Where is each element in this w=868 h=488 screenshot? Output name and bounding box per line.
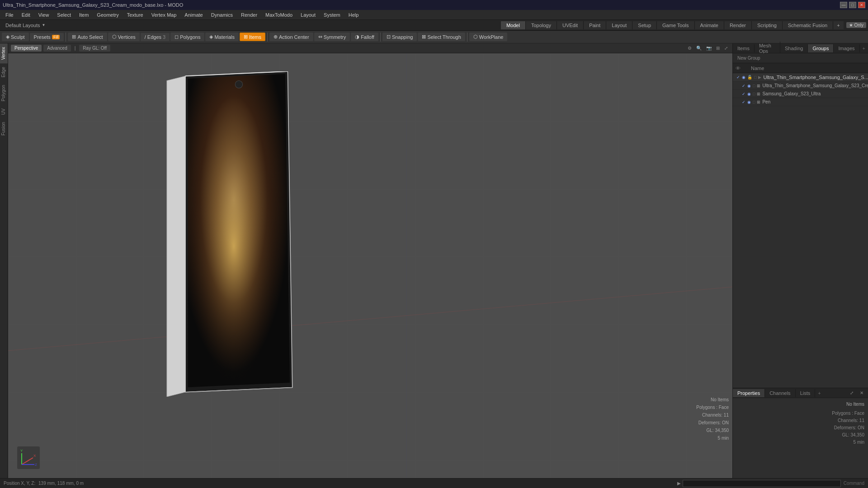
menu-item[interactable]: Item: [75, 11, 92, 19]
scene-list[interactable]: ✓ ◉ 🔓 □ ▶ Ultra_Thin_Smartphone_Samsung_…: [733, 73, 868, 388]
vp-icon-camera[interactable]: 📷: [704, 45, 713, 51]
vertices-button[interactable]: ⬡ Vertices: [108, 33, 140, 41]
vertices-icon: ⬡: [112, 34, 117, 40]
tab-setup[interactable]: Setup: [632, 21, 657, 29]
menu-system[interactable]: System: [320, 11, 344, 19]
layout-name: Default Layouts: [5, 23, 40, 28]
axis-indicator: X Y Z: [17, 446, 35, 465]
falloff-button[interactable]: ◑ Falloff: [351, 33, 378, 41]
item3-mesh-icon: ⊞: [757, 100, 760, 104]
menu-dynamics[interactable]: Dynamics: [208, 11, 236, 19]
presets-button[interactable]: Presets Fill: [30, 33, 64, 41]
sculpt-button[interactable]: ◈ Sculpt: [2, 33, 29, 41]
tab-uvedit[interactable]: UVEdit: [557, 21, 584, 29]
materials-button[interactable]: ◈ Materials: [205, 33, 239, 41]
tab-topology[interactable]: Topology: [526, 21, 557, 29]
scene-item-2[interactable]: ✓ ◉ □ ⊞ Samsung_Galaxy_S23_Ultra: [733, 90, 868, 98]
item-vis-icon: ◉: [747, 84, 751, 88]
vtab-vertex[interactable]: Vertex: [0, 43, 8, 63]
vtab-edge[interactable]: Edge: [0, 63, 8, 81]
polygons-button[interactable]: ◻ Polygons: [170, 33, 204, 41]
vp-tab-ray-gl[interactable]: Ray GL: Off: [79, 45, 110, 52]
rp-tab-items[interactable]: Items: [733, 44, 755, 52]
menu-maxtomodo[interactable]: MaxToModo: [262, 11, 296, 19]
action-center-button[interactable]: ⊕ Action Center: [269, 33, 313, 41]
menu-bar: File Edit View Select Item Geometry Text…: [0, 10, 868, 20]
menu-vertex-map[interactable]: Vertex Map: [148, 11, 180, 19]
maximize-button[interactable]: □: [849, 2, 856, 8]
rp-bottom-tab-lists[interactable]: Lists: [796, 389, 816, 397]
chevron-right-icon: ▶: [758, 75, 761, 80]
rp-tab-mesh-ops[interactable]: Mesh Ops: [755, 42, 780, 55]
rp-bottom-expand[interactable]: ⤢: [847, 389, 856, 396]
tab-game-tools[interactable]: Game Tools: [657, 21, 695, 29]
rp-tab-add[interactable]: +: [860, 44, 868, 52]
group-render-icon: □: [754, 75, 756, 80]
rp-tab-groups[interactable]: Groups: [808, 44, 834, 52]
vp-icon-expand[interactable]: ⊞: [714, 45, 722, 51]
tab-layout[interactable]: Layout: [606, 21, 632, 29]
menu-render[interactable]: Render: [237, 11, 261, 19]
menu-animate[interactable]: Animate: [181, 11, 206, 19]
no-items-info: No Items Polygons : Face Channels: 11 De…: [696, 396, 729, 442]
status-bar: Position X, Y, Z: 139 mm, 118 mm, 0 m ▶ …: [0, 478, 868, 488]
tab-paint[interactable]: Paint: [584, 21, 606, 29]
vp-tab-advanced[interactable]: Advanced: [43, 45, 71, 52]
menu-help[interactable]: Help: [345, 11, 363, 19]
group-vis-icon: ◉: [742, 75, 745, 80]
menu-edit[interactable]: Edit: [18, 11, 34, 19]
scene-item-1[interactable]: ✓ ◉ □ ⊞ Ultra_Thin_Smartphone_Samsung_Ga…: [733, 82, 868, 90]
rp-bottom-close[interactable]: ✕: [857, 389, 866, 396]
close-button[interactable]: ✕: [858, 2, 865, 8]
tab-model[interactable]: Model: [501, 21, 526, 29]
vp-tab-perspective[interactable]: Perspective: [11, 45, 42, 52]
viewport-area[interactable]: Perspective Advanced | Ray GL: Off ⚙ 🔍 📷…: [8, 43, 732, 478]
autoselect-button[interactable]: ⊞ Auto Select: [68, 33, 107, 41]
add-layout-tab-button[interactable]: +: [833, 21, 843, 29]
select-through-button[interactable]: ⊠ Select Through: [418, 33, 465, 41]
menu-texture[interactable]: Texture: [123, 11, 147, 19]
item-check-icon: ✓: [742, 84, 745, 88]
rp-tab-shading[interactable]: Shading: [780, 44, 808, 52]
vp-icon-settings[interactable]: ⚙: [686, 45, 693, 51]
symmetry-button[interactable]: ⇔ Symmetry: [314, 33, 350, 41]
vtab-fusion[interactable]: Fusion: [0, 118, 8, 139]
rp-bottom-tab-channels[interactable]: Channels: [765, 389, 795, 397]
vtab-uv[interactable]: UV: [0, 105, 8, 118]
viewport-canvas[interactable]: X Y Z No Items Polygons : Face Channels:…: [8, 53, 732, 478]
toolbar: ◈ Sculpt Presets Fill ⊞ Auto Select ⬡ Ve…: [0, 31, 868, 43]
viewport-header: Perspective Advanced | Ray GL: Off ⚙ 🔍 📷…: [8, 43, 732, 53]
title-bar: Ultra_Thin_Smartphone_Samsung_Galaxy_S23…: [0, 0, 868, 10]
item2-check-icon: ✓: [742, 92, 745, 96]
scene-item-3[interactable]: ✓ ◉ □ ⊞ Pen: [733, 98, 868, 106]
tab-animate[interactable]: Animate: [695, 21, 724, 29]
separator: [66, 33, 66, 42]
menu-layout[interactable]: Layout: [297, 11, 319, 19]
vp-icon-search[interactable]: 🔍: [694, 45, 703, 51]
menu-geometry[interactable]: Geometry: [93, 11, 122, 19]
rp-tab-images[interactable]: Images: [834, 44, 859, 52]
workplane-button[interactable]: ⬡ WorkPlane: [469, 33, 508, 41]
rp-bottom-tab-properties[interactable]: Properties: [733, 389, 765, 397]
new-group-button[interactable]: New Group: [735, 55, 763, 61]
layout-label[interactable]: Default Layouts ▼: [2, 22, 49, 29]
snapping-button[interactable]: ⊡ Snapping: [382, 33, 417, 41]
tab-schematic-fusion[interactable]: Schematic Fusion: [783, 21, 833, 29]
vp-icon-fullscreen[interactable]: ⤢: [722, 45, 730, 51]
menu-select[interactable]: Select: [53, 11, 75, 19]
menu-file[interactable]: File: [2, 11, 17, 19]
minimize-button[interactable]: —: [840, 2, 847, 8]
select-through-icon: ⊠: [422, 34, 426, 40]
edges-button[interactable]: / Edges 3: [141, 33, 170, 41]
menu-view[interactable]: View: [35, 11, 53, 19]
command-label: Command: [844, 481, 864, 486]
items-button[interactable]: ⊞ Items: [240, 33, 265, 41]
vtab-polygon[interactable]: Polygon: [0, 81, 8, 105]
rp-bottom-add[interactable]: +: [815, 389, 823, 397]
tab-render[interactable]: Render: [724, 21, 752, 29]
item-name-1: Ultra_Thin_Smartphone_Samsung_Galaxy_S23…: [762, 83, 868, 88]
name-col-label: Name: [751, 66, 764, 71]
scene-group-main[interactable]: ✓ ◉ 🔓 □ ▶ Ultra_Thin_Smartphone_Samsung_…: [733, 73, 868, 82]
tab-scripting[interactable]: Scripting: [752, 21, 783, 29]
command-input[interactable]: [683, 480, 841, 487]
